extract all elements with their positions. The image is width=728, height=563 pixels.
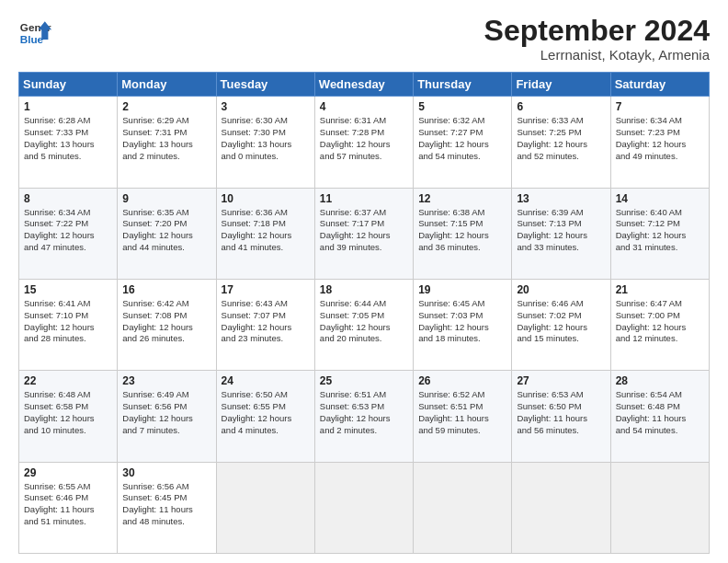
calendar-cell: 25Sunrise: 6:51 AMSunset: 6:53 PMDayligh…	[314, 371, 413, 462]
calendar-cell	[610, 462, 709, 553]
calendar-cell: 5Sunrise: 6:32 AMSunset: 7:27 PMDaylight…	[414, 97, 512, 188]
cell-info: Sunrise: 6:28 AMSunset: 7:33 PMDaylight:…	[24, 115, 112, 162]
cell-info: Sunrise: 6:41 AMSunset: 7:10 PMDaylight:…	[24, 298, 112, 345]
calendar-cell: 21Sunrise: 6:47 AMSunset: 7:00 PMDayligh…	[610, 279, 709, 370]
day-number: 18	[320, 283, 408, 296]
cell-info: Sunrise: 6:44 AMSunset: 7:05 PMDaylight:…	[320, 298, 408, 345]
calendar-cell: 7Sunrise: 6:34 AMSunset: 7:23 PMDaylight…	[610, 97, 709, 188]
day-number: 11	[320, 192, 408, 205]
cell-info: Sunrise: 6:50 AMSunset: 6:55 PMDaylight:…	[222, 389, 310, 436]
calendar-cell: 19Sunrise: 6:45 AMSunset: 7:03 PMDayligh…	[414, 279, 512, 370]
cell-info: Sunrise: 6:34 AMSunset: 7:23 PMDaylight:…	[616, 115, 704, 162]
day-number: 4	[320, 100, 408, 113]
cell-info: Sunrise: 6:40 AMSunset: 7:12 PMDaylight:…	[616, 207, 704, 254]
cell-info: Sunrise: 6:39 AMSunset: 7:13 PMDaylight:…	[517, 207, 605, 254]
day-number: 19	[418, 283, 506, 296]
cell-info: Sunrise: 6:49 AMSunset: 6:56 PMDaylight:…	[122, 389, 210, 436]
cell-info: Sunrise: 6:42 AMSunset: 7:08 PMDaylight:…	[122, 298, 210, 345]
calendar-cell: 29Sunrise: 6:55 AMSunset: 6:46 PMDayligh…	[19, 462, 118, 553]
svg-text:Blue: Blue	[20, 33, 44, 45]
cell-info: Sunrise: 6:34 AMSunset: 7:22 PMDaylight:…	[24, 207, 112, 254]
calendar-cell: 28Sunrise: 6:54 AMSunset: 6:48 PMDayligh…	[610, 371, 709, 462]
cell-info: Sunrise: 6:43 AMSunset: 7:07 PMDaylight:…	[222, 298, 310, 345]
logo: General Blue	[18, 15, 51, 48]
calendar-cell: 27Sunrise: 6:53 AMSunset: 6:50 PMDayligh…	[512, 371, 610, 462]
day-number: 14	[616, 192, 704, 205]
calendar-cell: 4Sunrise: 6:31 AMSunset: 7:28 PMDaylight…	[314, 97, 413, 188]
day-number: 15	[24, 283, 112, 296]
cell-info: Sunrise: 6:53 AMSunset: 6:50 PMDaylight:…	[517, 389, 605, 436]
day-number: 27	[517, 374, 605, 387]
calendar-cell	[314, 462, 413, 553]
calendar-table: SundayMondayTuesdayWednesdayThursdayFrid…	[18, 72, 710, 554]
calendar-cell: 24Sunrise: 6:50 AMSunset: 6:55 PMDayligh…	[216, 371, 314, 462]
calendar-cell: 10Sunrise: 6:36 AMSunset: 7:18 PMDayligh…	[216, 188, 314, 279]
cell-info: Sunrise: 6:55 AMSunset: 6:46 PMDaylight:…	[24, 481, 112, 528]
dow-header-friday: Friday	[512, 73, 610, 97]
cell-info: Sunrise: 6:30 AMSunset: 7:30 PMDaylight:…	[222, 115, 310, 162]
calendar-cell: 20Sunrise: 6:46 AMSunset: 7:02 PMDayligh…	[512, 279, 610, 370]
cell-info: Sunrise: 6:54 AMSunset: 6:48 PMDaylight:…	[616, 389, 704, 436]
cell-info: Sunrise: 6:37 AMSunset: 7:17 PMDaylight:…	[320, 207, 408, 254]
cell-info: Sunrise: 6:33 AMSunset: 7:25 PMDaylight:…	[517, 115, 605, 162]
page: General Blue September 2024 Lerrnanist, …	[0, 0, 728, 563]
calendar-cell	[512, 462, 610, 553]
day-number: 24	[222, 374, 310, 387]
day-number: 16	[122, 283, 210, 296]
day-number: 30	[122, 466, 210, 479]
dow-header-thursday: Thursday	[414, 73, 512, 97]
day-number: 17	[222, 283, 310, 296]
sub-title: Lerrnanist, Kotayk, Armenia	[484, 47, 710, 63]
calendar-cell	[216, 462, 314, 553]
day-number: 13	[517, 192, 605, 205]
title-block: September 2024 Lerrnanist, Kotayk, Armen…	[484, 15, 710, 63]
cell-info: Sunrise: 6:52 AMSunset: 6:51 PMDaylight:…	[418, 389, 506, 436]
cell-info: Sunrise: 6:38 AMSunset: 7:15 PMDaylight:…	[418, 207, 506, 254]
day-number: 6	[517, 100, 605, 113]
day-number: 22	[24, 374, 112, 387]
cell-info: Sunrise: 6:47 AMSunset: 7:00 PMDaylight:…	[616, 298, 704, 345]
cell-info: Sunrise: 6:31 AMSunset: 7:28 PMDaylight:…	[320, 115, 408, 162]
cell-info: Sunrise: 6:32 AMSunset: 7:27 PMDaylight:…	[418, 115, 506, 162]
cell-info: Sunrise: 6:29 AMSunset: 7:31 PMDaylight:…	[122, 115, 210, 162]
day-number: 2	[122, 100, 210, 113]
calendar-cell: 6Sunrise: 6:33 AMSunset: 7:25 PMDaylight…	[512, 97, 610, 188]
cell-info: Sunrise: 6:51 AMSunset: 6:53 PMDaylight:…	[320, 389, 408, 436]
day-number: 8	[24, 192, 112, 205]
calendar-cell: 11Sunrise: 6:37 AMSunset: 7:17 PMDayligh…	[314, 188, 413, 279]
calendar-cell: 18Sunrise: 6:44 AMSunset: 7:05 PMDayligh…	[314, 279, 413, 370]
cell-info: Sunrise: 6:45 AMSunset: 7:03 PMDaylight:…	[418, 298, 506, 345]
day-number: 5	[418, 100, 506, 113]
dow-header-monday: Monday	[118, 73, 216, 97]
logo-icon: General Blue	[18, 15, 51, 48]
cell-info: Sunrise: 6:46 AMSunset: 7:02 PMDaylight:…	[517, 298, 605, 345]
calendar-cell: 14Sunrise: 6:40 AMSunset: 7:12 PMDayligh…	[610, 188, 709, 279]
calendar-cell: 8Sunrise: 6:34 AMSunset: 7:22 PMDaylight…	[19, 188, 118, 279]
calendar-cell: 15Sunrise: 6:41 AMSunset: 7:10 PMDayligh…	[19, 279, 118, 370]
calendar-cell: 17Sunrise: 6:43 AMSunset: 7:07 PMDayligh…	[216, 279, 314, 370]
dow-header-tuesday: Tuesday	[216, 73, 314, 97]
calendar-cell: 26Sunrise: 6:52 AMSunset: 6:51 PMDayligh…	[414, 371, 512, 462]
calendar-cell: 22Sunrise: 6:48 AMSunset: 6:58 PMDayligh…	[19, 371, 118, 462]
dow-header-wednesday: Wednesday	[314, 73, 413, 97]
calendar-cell: 9Sunrise: 6:35 AMSunset: 7:20 PMDaylight…	[118, 188, 216, 279]
day-number: 3	[222, 100, 310, 113]
calendar-cell: 13Sunrise: 6:39 AMSunset: 7:13 PMDayligh…	[512, 188, 610, 279]
cell-info: Sunrise: 6:48 AMSunset: 6:58 PMDaylight:…	[24, 389, 112, 436]
dow-header-saturday: Saturday	[610, 73, 709, 97]
day-number: 23	[122, 374, 210, 387]
calendar-cell: 2Sunrise: 6:29 AMSunset: 7:31 PMDaylight…	[118, 97, 216, 188]
day-number: 12	[418, 192, 506, 205]
main-title: September 2024	[484, 15, 710, 47]
calendar-cell	[414, 462, 512, 553]
header: General Blue September 2024 Lerrnanist, …	[18, 15, 710, 63]
calendar-cell: 30Sunrise: 6:56 AMSunset: 6:45 PMDayligh…	[118, 462, 216, 553]
calendar-cell: 12Sunrise: 6:38 AMSunset: 7:15 PMDayligh…	[414, 188, 512, 279]
day-number: 9	[122, 192, 210, 205]
day-number: 21	[616, 283, 704, 296]
cell-info: Sunrise: 6:35 AMSunset: 7:20 PMDaylight:…	[122, 207, 210, 254]
dow-header-sunday: Sunday	[19, 73, 118, 97]
day-number: 1	[24, 100, 112, 113]
calendar-cell: 16Sunrise: 6:42 AMSunset: 7:08 PMDayligh…	[118, 279, 216, 370]
day-number: 29	[24, 466, 112, 479]
